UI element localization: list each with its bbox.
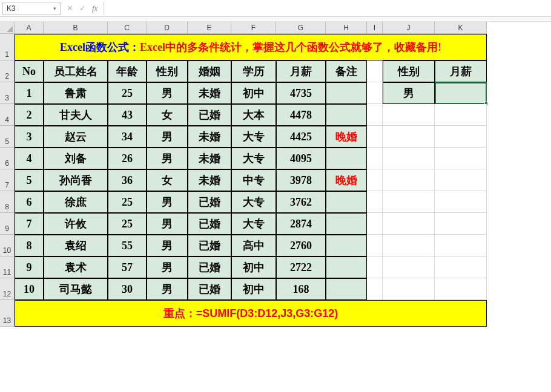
- cell[interactable]: [383, 191, 435, 213]
- cell[interactable]: [367, 60, 383, 82]
- td-note[interactable]: [326, 104, 367, 126]
- td-edu[interactable]: 大专: [231, 126, 276, 148]
- row-header[interactable]: 8: [0, 191, 15, 213]
- th-marry[interactable]: 婚姻: [188, 60, 231, 82]
- cell[interactable]: [383, 235, 435, 256]
- td-no[interactable]: 8: [15, 235, 44, 256]
- cell[interactable]: [435, 148, 487, 169]
- td-edu[interactable]: 初中: [231, 278, 276, 300]
- cell[interactable]: [383, 256, 435, 278]
- td-no[interactable]: 7: [15, 213, 44, 235]
- td-sex[interactable]: 男: [147, 235, 188, 256]
- td-name[interactable]: 徐庶: [44, 191, 108, 213]
- col-header[interactable]: G: [276, 22, 326, 34]
- cell[interactable]: [367, 191, 383, 213]
- td-note[interactable]: [326, 235, 367, 256]
- row-header[interactable]: 6: [0, 148, 15, 169]
- cell[interactable]: [367, 148, 383, 169]
- td-sex[interactable]: 女: [147, 169, 188, 191]
- row-header[interactable]: 2: [0, 60, 15, 82]
- td-salary[interactable]: 2760: [276, 235, 326, 256]
- cell[interactable]: [435, 126, 487, 148]
- td-no[interactable]: 3: [15, 126, 44, 148]
- td-age[interactable]: 25: [108, 191, 147, 213]
- td-marry[interactable]: 未婚: [188, 148, 231, 169]
- td-salary[interactable]: 4478: [276, 104, 326, 126]
- td-age[interactable]: 30: [108, 278, 147, 300]
- cell[interactable]: [367, 104, 383, 126]
- formula-input[interactable]: [104, 2, 551, 15]
- cell[interactable]: [435, 169, 487, 191]
- td-salary[interactable]: 4425: [276, 126, 326, 148]
- fx-icon[interactable]: fx: [92, 4, 97, 13]
- td-edu[interactable]: 大本: [231, 104, 276, 126]
- cell[interactable]: [383, 169, 435, 191]
- td-salary[interactable]: 3762: [276, 191, 326, 213]
- row-header[interactable]: 11: [0, 256, 15, 278]
- enter-icon[interactable]: ✓: [79, 4, 86, 13]
- cell[interactable]: [367, 256, 383, 278]
- td-sex[interactable]: 男: [147, 82, 188, 104]
- td-edu[interactable]: 高中: [231, 235, 276, 256]
- cell[interactable]: [383, 148, 435, 169]
- td-age[interactable]: 43: [108, 104, 147, 126]
- td-marry[interactable]: 已婚: [188, 213, 231, 235]
- td-note[interactable]: [326, 148, 367, 169]
- td-age[interactable]: 25: [108, 82, 147, 104]
- td-edu[interactable]: 大专: [231, 148, 276, 169]
- td-note[interactable]: [326, 213, 367, 235]
- th-salary[interactable]: 月薪: [276, 60, 326, 82]
- th-age[interactable]: 年龄: [108, 60, 147, 82]
- row-header[interactable]: 7: [0, 169, 15, 191]
- td-marry[interactable]: 已婚: [188, 191, 231, 213]
- cell[interactable]: [435, 278, 487, 300]
- row-header[interactable]: 4: [0, 104, 15, 126]
- th-sex[interactable]: 性别: [147, 60, 188, 82]
- td-marry[interactable]: 已婚: [188, 278, 231, 300]
- td-edu[interactable]: 初中: [231, 256, 276, 278]
- cell[interactable]: [367, 213, 383, 235]
- td-no[interactable]: 4: [15, 148, 44, 169]
- row-header[interactable]: 5: [0, 126, 15, 148]
- col-header[interactable]: E: [188, 22, 231, 34]
- td-name[interactable]: 甘夫人: [44, 104, 108, 126]
- td-salary[interactable]: 168: [276, 278, 326, 300]
- td-note[interactable]: 晚婚: [326, 169, 367, 191]
- cell[interactable]: [367, 126, 383, 148]
- td-age[interactable]: 57: [108, 256, 147, 278]
- name-box[interactable]: K3 ▾: [2, 2, 61, 15]
- col-header[interactable]: J: [383, 22, 435, 34]
- td-note[interactable]: 晚婚: [326, 126, 367, 148]
- td-sex[interactable]: 女: [147, 104, 188, 126]
- row-header[interactable]: 10: [0, 235, 15, 256]
- cell[interactable]: [383, 213, 435, 235]
- cell[interactable]: [435, 104, 487, 126]
- td-name[interactable]: 袁绍: [44, 235, 108, 256]
- td-sex[interactable]: 男: [147, 191, 188, 213]
- td-edu[interactable]: 初中: [231, 82, 276, 104]
- th-edu[interactable]: 学历: [231, 60, 276, 82]
- td-marry[interactable]: 未婚: [188, 169, 231, 191]
- td-no[interactable]: 9: [15, 256, 44, 278]
- td-age[interactable]: 36: [108, 169, 147, 191]
- td-age[interactable]: 34: [108, 126, 147, 148]
- td-sex[interactable]: 男: [147, 256, 188, 278]
- banner-cell[interactable]: Excel函数公式： Excel中的多条件统计，掌握这几个函数公式就够了，收藏备…: [15, 34, 487, 60]
- td-name[interactable]: 赵云: [44, 126, 108, 148]
- td-salary[interactable]: 3978: [276, 169, 326, 191]
- td-edu[interactable]: 中专: [231, 169, 276, 191]
- cell[interactable]: [435, 235, 487, 256]
- spreadsheet-grid[interactable]: A B C D E F G H I J K 1 Excel函数公式： Excel…: [0, 22, 551, 327]
- cell[interactable]: [435, 191, 487, 213]
- td-age[interactable]: 25: [108, 213, 147, 235]
- th-name[interactable]: 员工姓名: [44, 60, 108, 82]
- td-name[interactable]: 孙尚香: [44, 169, 108, 191]
- footer-cell[interactable]: 重点： =SUMIF(D3:D12,J3,G3:G12): [15, 300, 487, 327]
- td-note[interactable]: [326, 82, 367, 104]
- side-td-sex[interactable]: 男: [383, 82, 435, 104]
- col-header[interactable]: I: [367, 22, 383, 34]
- td-marry[interactable]: 已婚: [188, 235, 231, 256]
- td-salary[interactable]: 4735: [276, 82, 326, 104]
- row-header[interactable]: 3: [0, 82, 15, 104]
- td-note[interactable]: [326, 256, 367, 278]
